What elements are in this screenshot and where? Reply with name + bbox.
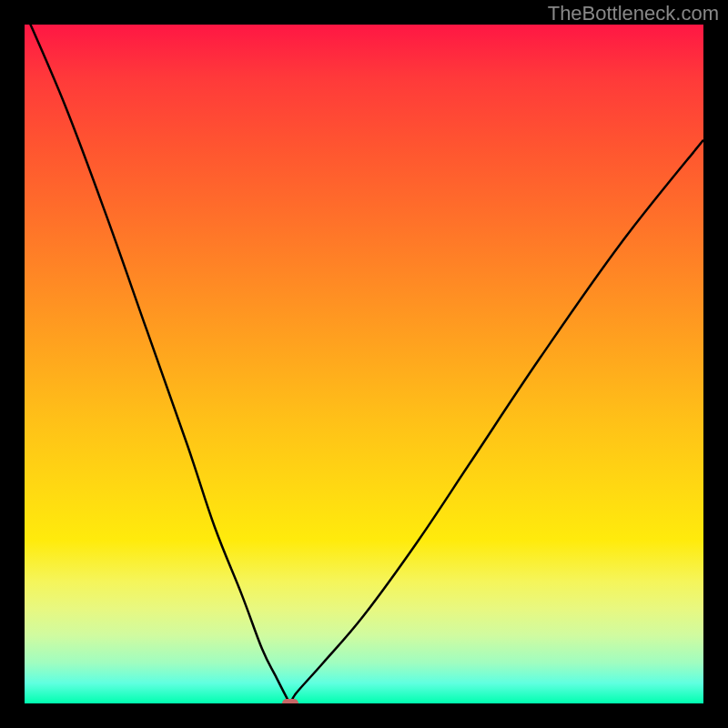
bottleneck-curve: [25, 25, 703, 703]
watermark-text: TheBottleneck.com: [548, 2, 719, 25]
chart-frame: TheBottleneck.com: [0, 0, 728, 728]
optimal-point-marker: [282, 699, 298, 703]
plot-area: [25, 25, 703, 703]
